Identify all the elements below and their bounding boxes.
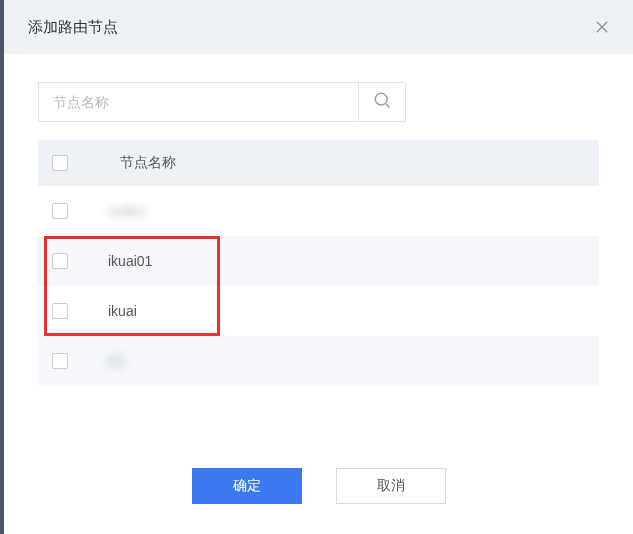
row-checkbox[interactable] [52, 253, 68, 269]
select-all-checkbox[interactable] [52, 155, 68, 171]
close-icon[interactable] [591, 16, 613, 38]
search-icon [372, 90, 392, 114]
cancel-button[interactable]: 取消 [336, 468, 446, 504]
svg-point-2 [375, 93, 387, 105]
row-checkbox[interactable] [52, 303, 68, 319]
table-row: rt2 [38, 336, 599, 386]
row-checkbox[interactable] [52, 203, 68, 219]
row-name: rt2 [108, 353, 124, 369]
column-header-name: 节点名称 [120, 154, 176, 172]
row-name: node1 [108, 203, 147, 219]
row-name: ikuai [108, 303, 137, 319]
confirm-button[interactable]: 确定 [192, 468, 302, 504]
svg-line-3 [386, 104, 390, 108]
table-row: ikuai01 [38, 236, 599, 286]
dialog-title: 添加路由节点 [28, 18, 118, 37]
row-checkbox[interactable] [52, 353, 68, 369]
search-input[interactable] [38, 82, 358, 122]
search-button[interactable] [358, 82, 406, 122]
dialog-header: 添加路由节点 [4, 0, 633, 54]
table-row: ikuai [38, 286, 599, 336]
row-name: ikuai01 [108, 253, 152, 269]
table-row: node1 [38, 186, 599, 236]
table-header-row: 节点名称 [38, 140, 599, 186]
